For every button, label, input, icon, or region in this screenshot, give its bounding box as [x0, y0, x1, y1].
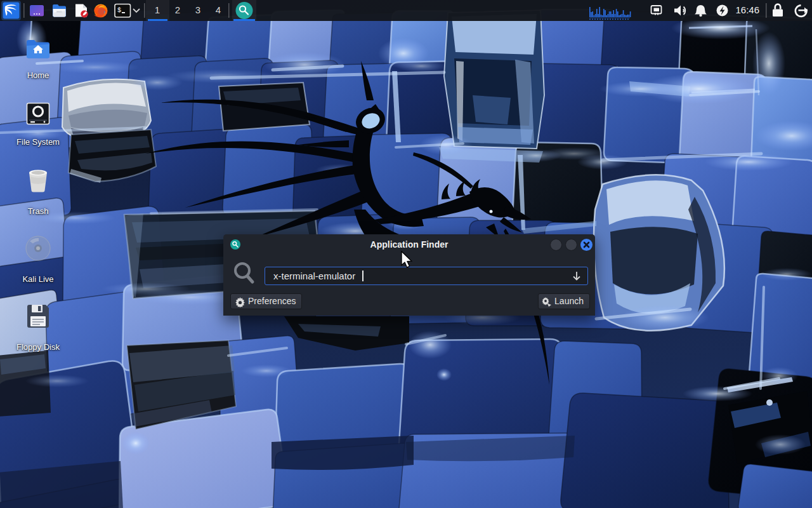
svg-text:$: $ — [117, 7, 121, 14]
